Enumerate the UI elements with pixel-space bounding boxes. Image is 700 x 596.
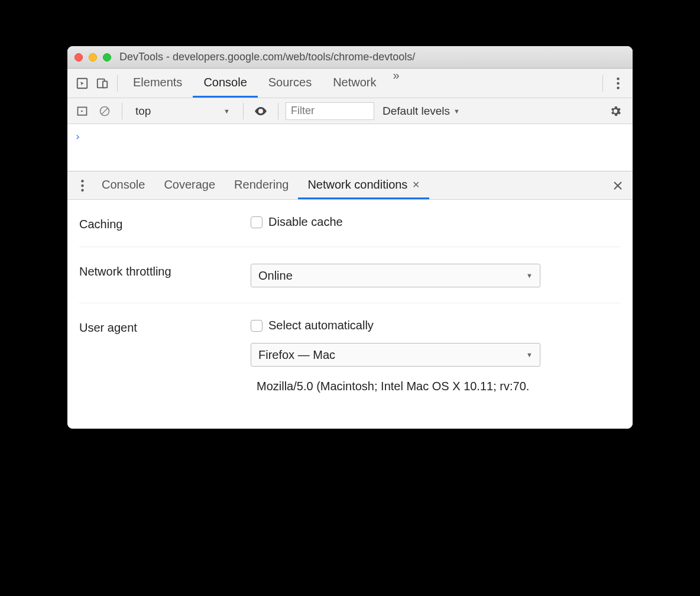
tabs-overflow-button[interactable]: » [387, 69, 406, 98]
svg-line-8 [102, 108, 108, 114]
user-agent-label: User agent [79, 319, 251, 335]
console-sidebar-toggle-icon[interactable] [72, 101, 92, 121]
svg-rect-2 [103, 81, 107, 88]
svg-point-5 [617, 86, 619, 89]
caching-label: Caching [79, 215, 251, 231]
tab-label: Network [333, 76, 376, 89]
user-agent-select[interactable]: Firefox — Mac ▼ [251, 343, 540, 367]
separator [122, 103, 122, 119]
tab-label: Coverage [164, 178, 215, 192]
zoom-window-button[interactable] [103, 53, 111, 61]
execution-context-select[interactable]: top ▼ [129, 102, 236, 120]
tab-console[interactable]: Console [193, 69, 257, 98]
inspect-icon[interactable] [72, 73, 92, 93]
drawer-tab-coverage[interactable]: Coverage [154, 171, 225, 199]
tab-elements[interactable]: Elements [122, 69, 193, 98]
drawer-menu-icon[interactable] [72, 176, 92, 196]
user-agent-row: User agent Select automatically Firefox … [79, 303, 621, 429]
kebab-menu-icon[interactable] [608, 73, 628, 93]
throttling-value: Online [258, 269, 293, 283]
window-titlebar: DevTools - developers.google.com/web/too… [67, 46, 633, 69]
disable-cache-label: Disable cache [268, 215, 343, 229]
live-expression-icon[interactable] [251, 101, 271, 121]
context-value: top [135, 105, 151, 118]
main-tabbar: Elements Console Sources Network » [67, 69, 633, 98]
tab-sources[interactable]: Sources [258, 69, 322, 98]
ua-auto-label: Select automatically [268, 319, 374, 332]
console-prompt: › [74, 130, 81, 142]
dropdown-triangle-icon: ▼ [453, 108, 460, 115]
svg-point-12 [81, 189, 83, 191]
tab-network[interactable]: Network [322, 69, 387, 98]
drawer-tabbar: Console Coverage Rendering Network condi… [67, 171, 633, 200]
svg-point-4 [617, 82, 619, 84]
separator [278, 103, 278, 119]
levels-label: Default levels [383, 105, 450, 118]
svg-point-3 [617, 77, 619, 80]
console-settings-icon[interactable] [603, 105, 628, 118]
user-agent-value: Firefox — Mac [258, 348, 335, 362]
console-output[interactable]: › [67, 124, 633, 171]
tab-label: Console [102, 178, 145, 192]
close-tab-icon[interactable]: ✕ [412, 179, 420, 190]
caching-row: Caching Disable cache [79, 200, 621, 247]
drawer-tab-console[interactable]: Console [92, 171, 154, 199]
throttling-label: Network throttling [79, 263, 251, 278]
minimize-window-button[interactable] [89, 53, 97, 61]
svg-point-10 [81, 180, 83, 182]
separator [117, 75, 118, 92]
window-title: DevTools - developers.google.com/web/too… [119, 51, 415, 63]
throttling-row: Network throttling Online ▼ [79, 247, 621, 303]
tab-label: Elements [133, 76, 182, 89]
svg-point-11 [81, 184, 83, 186]
dropdown-triangle-icon: ▼ [223, 108, 230, 115]
tab-label: Sources [268, 76, 312, 89]
disable-cache-checkbox[interactable] [251, 216, 262, 228]
tab-label: Network conditions [307, 178, 407, 192]
user-agent-string: Mozilla/5.0 (Macintosh; Intel Mac OS X 1… [251, 380, 621, 393]
dropdown-triangle-icon: ▼ [526, 351, 533, 358]
tab-label: Console [203, 76, 247, 89]
separator [243, 103, 244, 119]
clear-console-icon[interactable] [95, 101, 115, 121]
devtools-window: DevTools - developers.google.com/web/too… [67, 46, 633, 429]
main-tabs: Elements Console Sources Network » [122, 69, 406, 98]
filter-input[interactable] [286, 102, 374, 120]
separator [602, 75, 603, 92]
ua-auto-checkbox[interactable] [251, 320, 262, 332]
network-conditions-panel: Caching Disable cache Network throttling… [67, 200, 633, 429]
dropdown-triangle-icon: ▼ [526, 272, 533, 279]
throttling-select[interactable]: Online ▼ [251, 264, 540, 287]
log-levels-select[interactable]: Default levels ▼ [377, 105, 466, 118]
traffic-lights [74, 53, 111, 61]
console-toolbar: top ▼ Default levels ▼ [67, 98, 633, 124]
close-window-button[interactable] [74, 53, 83, 61]
svg-point-9 [260, 110, 262, 112]
tab-label: Rendering [234, 178, 289, 192]
device-toggle-icon[interactable] [92, 73, 112, 93]
drawer-tab-network-conditions[interactable]: Network conditions ✕ [298, 171, 429, 199]
close-drawer-icon[interactable] [608, 176, 628, 196]
drawer-tab-rendering[interactable]: Rendering [225, 171, 298, 199]
